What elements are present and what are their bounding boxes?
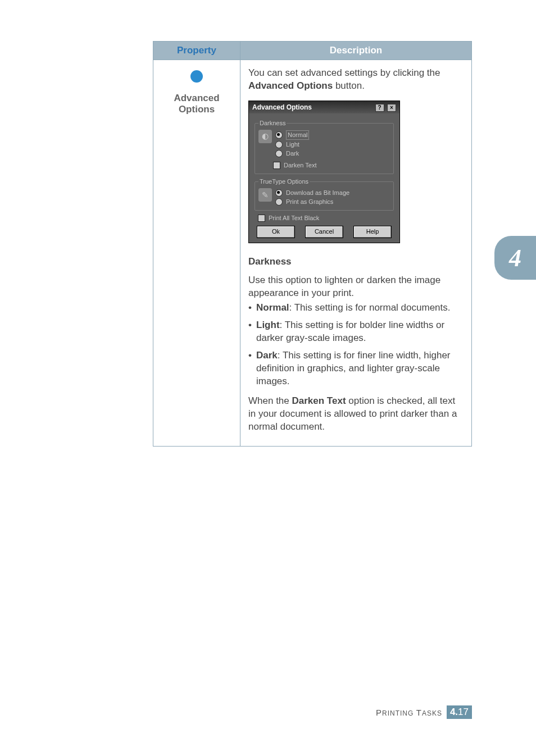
property-description-table: Property Description Advanced Options Yo…	[153, 41, 472, 447]
radio-light[interactable]	[275, 141, 283, 148]
darkness-legend: Darkness	[258, 119, 287, 127]
radio-dark[interactable]	[275, 150, 283, 157]
page-footer: PRINTING TASKS 4.17	[376, 705, 472, 719]
chapter-tab: 4	[494, 236, 536, 280]
darkness-options-list: Normal: This setting is for normal docum…	[248, 302, 464, 388]
help-button[interactable]: Help	[353, 226, 392, 238]
check-print-all-black[interactable]	[258, 215, 265, 222]
darkness-icon: ◐	[258, 130, 272, 143]
radio-bitimage[interactable]	[275, 189, 283, 197]
list-item: Light: This setting is for bolder line w…	[248, 319, 464, 345]
property-bullet-icon	[190, 70, 203, 83]
advanced-options-dialog: Advanced Options ? × Darkness ◐ Normal	[248, 101, 400, 243]
cancel-button[interactable]: Cancel	[305, 226, 343, 238]
darkness-intro: Use this option to lighten or darken the…	[248, 274, 464, 300]
page-number-badge: 4.17	[447, 705, 472, 719]
darkness-group: Darkness ◐ Normal Light Dark Darken Text	[255, 119, 394, 174]
help-icon[interactable]: ?	[375, 104, 384, 112]
list-item: Normal: This setting is for normal docum…	[248, 302, 464, 315]
dialog-titlebar: Advanced Options ? ×	[249, 101, 399, 113]
darken-text-note: When the Darken Text option is checked, …	[248, 395, 464, 434]
description-cell: You can set advanced settings by clickin…	[240, 60, 472, 447]
close-icon[interactable]: ×	[387, 104, 396, 112]
intro-text: You can set advanced settings by clickin…	[248, 67, 464, 93]
truetype-icon: ✎	[258, 188, 272, 202]
ok-button[interactable]: Ok	[257, 226, 295, 238]
header-property: Property	[153, 42, 240, 60]
truetype-legend: TrueType Options	[258, 177, 310, 186]
truetype-group: TrueType Options ✎ Download as Bit Image…	[255, 177, 394, 211]
dialog-title: Advanced Options	[252, 103, 312, 112]
property-label: Advanced Options	[157, 93, 237, 115]
check-darken-text[interactable]	[273, 162, 280, 169]
header-description: Description	[240, 42, 472, 60]
footer-title: PRINTING TASKS	[376, 708, 442, 717]
radio-normal[interactable]	[275, 131, 283, 139]
radio-graphics[interactable]	[275, 198, 283, 206]
list-item: Dark: This setting is for finer line wid…	[248, 349, 464, 388]
darkness-heading: Darkness	[248, 256, 464, 268]
property-cell: Advanced Options	[153, 60, 240, 447]
